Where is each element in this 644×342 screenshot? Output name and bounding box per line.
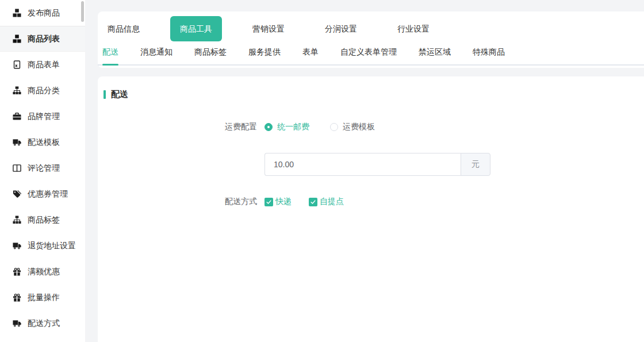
tab-goods-info[interactable]: 商品信息 — [98, 16, 150, 41]
tab-industry-settings[interactable]: 行业设置 — [388, 16, 439, 41]
subtab-delivery[interactable]: 配送 — [102, 42, 118, 64]
radio-label: 统一邮费 — [277, 122, 309, 132]
sidebar-item-label: 商品表单 — [28, 60, 60, 70]
sidebar-item-goods-form[interactable]: 商品表单 — [0, 52, 85, 78]
section-title: 配送 — [111, 89, 128, 100]
sidebar-scrollbar-thumb[interactable] — [81, 1, 84, 22]
sidebar-item-label: 配送模板 — [28, 137, 60, 148]
sidebar-item-goods-tags[interactable]: 商品标签 — [0, 207, 85, 233]
gift-icon — [12, 293, 21, 302]
checkbox-pickup-point[interactable]: 自提点 — [309, 197, 344, 207]
radio-unified-postage[interactable]: 统一邮费 — [264, 122, 309, 132]
sidebar-item-label: 商品列表 — [28, 34, 60, 44]
subtab-form[interactable]: 表单 — [302, 42, 319, 64]
sub-tabs: 配送 消息通知 商品标签 服务提供 表单 自定义表单管理 禁运区域 特殊商品 — [98, 42, 644, 66]
radio-checked-icon — [264, 123, 273, 131]
subtab-special-goods[interactable]: 特殊商品 — [473, 42, 505, 64]
tags-icon — [12, 190, 21, 199]
columns-icon — [12, 164, 21, 173]
tab-marketing-settings[interactable]: 营销设置 — [243, 16, 294, 41]
top-tabs: 商品信息 商品工具 营销设置 分润设置 行业设置 — [98, 11, 644, 41]
section-accent-bar — [103, 90, 106, 99]
sidebar-item-publish-goods[interactable]: 发布商品 — [0, 0, 85, 26]
fee-input[interactable] — [264, 153, 461, 176]
sidebar-item-delivery-method[interactable]: 配送方式 — [0, 310, 85, 336]
truck-icon — [12, 319, 21, 328]
sidebar: 发布商品 商品列表 商品表单 商品分类 品牌管理 — [0, 0, 85, 342]
delivery-settings-form: 运费配置 统一邮费 运费模板 元 — [98, 116, 644, 213]
subtab-message-notification[interactable]: 消息通知 — [140, 42, 172, 64]
fee-input-group: 元 — [264, 153, 490, 176]
cubes-icon — [12, 34, 21, 44]
sidebar-item-brand-management[interactable]: 品牌管理 — [0, 103, 85, 129]
freight-config-row: 运费配置 统一邮费 运费模板 — [98, 116, 644, 139]
sidebar-item-goods-category[interactable]: 商品分类 — [0, 78, 85, 103]
radio-freight-template[interactable]: 运费模板 — [330, 122, 375, 132]
sidebar-item-label: 商品分类 — [28, 86, 60, 96]
sidebar-item-label: 优惠券管理 — [28, 189, 68, 199]
sidebar-item-label: 评论管理 — [28, 163, 60, 174]
subtab-service-provision[interactable]: 服务提供 — [248, 42, 281, 64]
sidebar-item-label: 商品标签 — [28, 215, 60, 225]
file-excel-icon — [12, 60, 21, 70]
section-header: 配送 — [98, 76, 644, 100]
sidebar-item-label: 退货地址设置 — [28, 241, 76, 251]
delivery-method-row: 配送方式 快递 自提点 — [98, 190, 644, 213]
delivery-method-label: 配送方式 — [98, 197, 257, 207]
checkbox-express[interactable]: 快递 — [264, 197, 292, 207]
fee-input-wrap: 元 — [264, 153, 490, 176]
sidebar-item-full-discount[interactable]: 满额优惠 — [0, 259, 85, 285]
sidebar-item-shipping-template[interactable]: 配送模板 — [0, 129, 85, 155]
content-card: 配送 运费配置 统一邮费 运费模板 — [98, 76, 644, 342]
fee-unit-addon: 元 — [461, 153, 490, 176]
tab-goods-tools[interactable]: 商品工具 — [170, 16, 222, 41]
briefcase-icon — [12, 112, 21, 121]
checkbox-label: 自提点 — [320, 197, 344, 207]
tabs-card: 商品信息 商品工具 营销设置 分润设置 行业设置 配送 消息通知 商品标签 服务… — [98, 11, 644, 68]
subtab-restricted-area[interactable]: 禁运区域 — [419, 42, 451, 64]
sidebar-item-label: 发布商品 — [28, 8, 60, 18]
sidebar-item-coupon-management[interactable]: 优惠券管理 — [0, 181, 85, 207]
app-window: 发布商品 商品列表 商品表单 商品分类 品牌管理 — [0, 0, 644, 342]
freight-config-options: 统一邮费 运费模板 — [264, 122, 396, 132]
checkbox-checked-icon — [264, 198, 273, 206]
sidebar-item-label: 品牌管理 — [28, 112, 60, 122]
sidebar-item-label: 批量操作 — [28, 293, 60, 303]
sidebar-item-comment-management[interactable]: 评论管理 — [0, 155, 85, 181]
sidebar-item-goods-list[interactable]: 商品列表 — [0, 26, 85, 52]
gift-icon — [12, 267, 21, 276]
delivery-method-options: 快递 自提点 — [264, 197, 361, 207]
sidebar-item-return-address[interactable]: 退货地址设置 — [0, 233, 85, 259]
sitemap-icon — [12, 86, 21, 95]
truck-icon — [12, 138, 21, 147]
subtab-custom-form-management[interactable]: 自定义表单管理 — [340, 42, 397, 64]
checkbox-label: 快递 — [275, 197, 292, 207]
sitemap-icon — [12, 216, 21, 225]
sidebar-item-label: 满额优惠 — [28, 267, 60, 277]
fee-input-row: 元 — [98, 153, 644, 176]
radio-unchecked-icon — [330, 123, 338, 131]
checkbox-checked-icon — [309, 198, 317, 206]
tab-profit-settings[interactable]: 分润设置 — [315, 16, 367, 41]
freight-config-label: 运费配置 — [98, 122, 257, 132]
sidebar-item-batch-operation[interactable]: 批量操作 — [0, 285, 85, 310]
sidebar-item-label: 配送方式 — [28, 318, 60, 329]
radio-label: 运费模板 — [343, 122, 375, 132]
cubes-icon — [12, 9, 21, 18]
subtab-goods-tags[interactable]: 商品标签 — [194, 42, 227, 64]
truck-icon — [12, 241, 21, 251]
